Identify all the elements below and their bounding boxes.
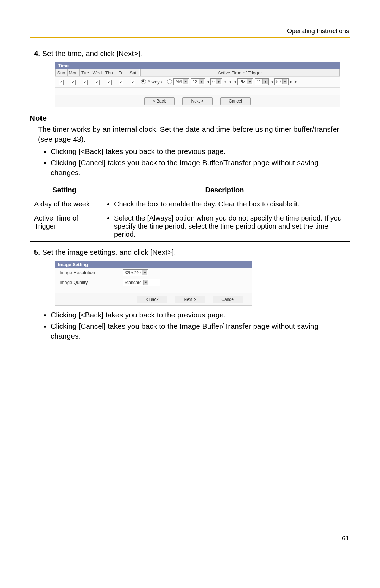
back-button[interactable]: < Back: [144, 97, 175, 105]
dropdown-start-hour[interactable]: 12▼: [191, 78, 205, 85]
settings-th-setting: Setting: [30, 183, 99, 197]
note-body: The timer works by an internal clock. Se…: [38, 124, 350, 144]
time-panel-title: Time: [55, 62, 340, 69]
dropdown-end-hour[interactable]: 11▼: [255, 78, 269, 85]
step-5-text: Set the image settings, and click [Next>…: [42, 248, 176, 256]
settings-table: Setting Description A day of the week Ch…: [30, 183, 350, 242]
day-header-sat: Sat: [127, 69, 139, 76]
top-rule: [30, 37, 350, 38]
table-cell-desc-2: Select the [Always] option when you do n…: [114, 214, 346, 239]
chevron-down-icon: ▼: [142, 270, 147, 275]
step-4-text: Set the time, and click [Next>].: [42, 49, 142, 57]
day-header-mon: Mon: [67, 69, 79, 76]
day-header-tue: Tue: [79, 69, 91, 76]
dropdown-start-min[interactable]: 0▼: [210, 78, 222, 85]
radio-always[interactable]: [141, 79, 146, 84]
day-header-thu: Thu: [103, 69, 115, 76]
dropdown-image-quality[interactable]: Standard▼: [123, 279, 160, 286]
time-panel: Time Sun Mon Tue Wed Thu Fri Sat Active …: [55, 62, 340, 107]
radio-always-label: Always: [147, 79, 162, 85]
image-setting-panel: Image Setting Image Resolution 320x240▼ …: [55, 261, 252, 306]
next-button-2[interactable]: Next >: [175, 296, 205, 303]
step-4: Set the time, and click [Next>]. Time Su…: [42, 49, 350, 107]
label-h: h: [207, 79, 209, 85]
cancel-button-2[interactable]: Cancel: [213, 296, 243, 303]
label-min-to: min to: [224, 79, 236, 85]
chevron-down-icon: ▼: [199, 79, 204, 84]
checkbox-thu[interactable]: ✓: [107, 80, 112, 85]
table-row: A day of the week Check the box to enabl…: [30, 197, 350, 211]
chevron-down-icon: ▼: [143, 280, 148, 285]
dropdown-image-resolution[interactable]: 320x240▼: [123, 269, 148, 276]
checkbox-tue[interactable]: ✓: [83, 80, 88, 85]
note-bullet-2: Clicking [Cancel] takes you back to the …: [51, 158, 350, 178]
checkbox-sat[interactable]: ✓: [131, 80, 135, 85]
cancel-button[interactable]: Cancel: [220, 97, 251, 105]
page-number: 61: [342, 535, 349, 542]
next-button[interactable]: Next >: [182, 97, 213, 105]
chevron-down-icon: ▼: [247, 79, 252, 84]
label-h2: h: [270, 79, 273, 85]
table-cell-setting-1: A day of the week: [30, 197, 99, 211]
dropdown-end-min[interactable]: 59▼: [274, 78, 289, 85]
image-quality-label: Image Quality: [59, 280, 123, 285]
day-header-fri: Fri: [115, 69, 127, 76]
note-bullet-1: Clicking [<Back] takes you back to the p…: [51, 147, 350, 156]
image-resolution-label: Image Resolution: [59, 270, 123, 275]
active-time-header: Active Time of Trigger: [140, 69, 340, 76]
chevron-down-icon: ▼: [216, 79, 221, 84]
step5-bullet-2: Clicking [Cancel] takes you back to the …: [51, 321, 350, 341]
checkbox-mon[interactable]: ✓: [71, 80, 76, 85]
dropdown-end-ampm[interactable]: PM▼: [238, 78, 253, 85]
day-header-sun: Sun: [55, 69, 67, 76]
dropdown-start-ampm[interactable]: AM▼: [173, 78, 189, 85]
checkbox-wed[interactable]: ✓: [95, 80, 100, 85]
image-setting-title: Image Setting: [55, 261, 252, 268]
checkbox-sun[interactable]: ✓: [59, 80, 64, 85]
table-cell-desc-1: Check the box to enable the day. Clear t…: [114, 200, 346, 208]
step-5: Set the image settings, and click [Next>…: [42, 248, 350, 306]
chevron-down-icon: ▼: [262, 79, 268, 84]
step5-bullet-1: Clicking [<Back] takes you back to the p…: [51, 310, 350, 320]
radio-period[interactable]: [167, 79, 172, 84]
note-heading: Note: [30, 114, 350, 123]
checkbox-fri[interactable]: ✓: [119, 80, 124, 85]
day-header-wed: Wed: [91, 69, 103, 76]
table-cell-setting-2: Active Time of Trigger: [30, 211, 99, 241]
table-row: Active Time of Trigger Select the [Alway…: [30, 211, 350, 241]
chevron-down-icon: ▼: [183, 79, 188, 84]
label-min: min: [290, 79, 297, 85]
settings-th-description: Description: [99, 183, 350, 197]
chevron-down-icon: ▼: [282, 79, 287, 84]
back-button-2[interactable]: < Back: [137, 296, 167, 303]
header-label: Operating Instructions: [287, 27, 349, 35]
